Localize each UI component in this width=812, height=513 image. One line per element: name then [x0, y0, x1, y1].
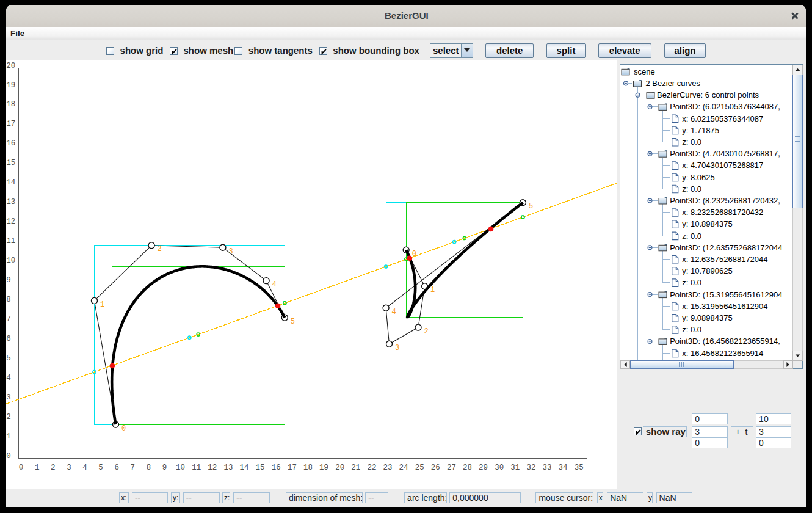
- svg-text:z: 0.0: z: 0.0: [682, 326, 701, 335]
- svg-text:2: 2: [424, 327, 429, 336]
- svg-text:0: 0: [121, 424, 126, 433]
- svg-text:22: 22: [367, 464, 376, 473]
- svg-text:20: 20: [6, 62, 15, 70]
- svg-text:4: 4: [6, 374, 11, 382]
- svg-text:23: 23: [383, 464, 392, 473]
- svg-text:y: 9.08984375: y: 9.08984375: [682, 313, 732, 322]
- svg-text:14: 14: [239, 464, 248, 473]
- svg-text:4: 4: [392, 308, 396, 316]
- svg-text:1: 1: [100, 300, 104, 309]
- svg-text:13: 13: [223, 464, 233, 473]
- svg-text:14: 14: [6, 179, 15, 187]
- svg-text:3: 3: [228, 247, 233, 256]
- svg-text:35: 35: [575, 464, 584, 473]
- svg-text:27: 27: [447, 464, 456, 473]
- svg-text:6: 6: [114, 464, 119, 473]
- svg-text:15: 15: [256, 464, 265, 473]
- svg-text:30: 30: [495, 464, 504, 473]
- svg-text:1: 1: [430, 286, 435, 294]
- svg-text:34: 34: [559, 464, 568, 473]
- svg-text:6: 6: [6, 335, 11, 343]
- svg-text:17: 17: [6, 120, 15, 129]
- svg-text:0: 0: [412, 250, 416, 258]
- svg-text:2: 2: [158, 246, 162, 254]
- svg-text:scene: scene: [634, 67, 655, 76]
- svg-text:26: 26: [431, 464, 440, 473]
- svg-text:y: 1.71875: y: 1.71875: [682, 126, 719, 135]
- svg-text:25: 25: [415, 464, 424, 473]
- svg-text:19: 19: [319, 464, 328, 473]
- svg-text:x: 6.021505376344087: x: 6.021505376344087: [682, 114, 763, 123]
- svg-text:28: 28: [463, 464, 472, 473]
- svg-text:Point3D: (12.635752688172044: Point3D: (12.635752688172044: [670, 243, 782, 252]
- svg-text:Point3D: (15.319556451612904: Point3D: (15.319556451612904: [670, 290, 782, 299]
- svg-text:x: 4.704301075268817: x: 4.704301075268817: [682, 161, 763, 170]
- svg-text:2: 2: [6, 413, 11, 421]
- svg-text:5: 5: [529, 203, 533, 211]
- svg-text:0: 0: [6, 452, 11, 460]
- svg-text:x: 12.635752688172044: x: 12.635752688172044: [682, 255, 767, 264]
- svg-text:Point3D: (4.704301075268817,: Point3D: (4.704301075268817,: [670, 150, 780, 159]
- svg-text:Point3D: (6.021505376344087,: Point3D: (6.021505376344087,: [670, 103, 780, 112]
- svg-text:11: 11: [192, 464, 201, 473]
- svg-text:9: 9: [162, 464, 167, 473]
- svg-text:z: 0.0: z: 0.0: [682, 137, 701, 147]
- svg-text:4: 4: [82, 464, 87, 473]
- svg-text:18: 18: [303, 464, 313, 473]
- svg-text:z: 0.0: z: 0.0: [682, 278, 701, 288]
- svg-text:17: 17: [288, 464, 297, 473]
- svg-text:2: 2: [51, 464, 56, 473]
- svg-text:16: 16: [6, 140, 15, 148]
- svg-text:z: 0.0: z: 0.0: [682, 184, 701, 194]
- svg-text:16: 16: [272, 464, 281, 473]
- svg-text:19: 19: [6, 81, 15, 90]
- svg-text:1: 1: [35, 464, 40, 473]
- svg-text:32: 32: [526, 464, 535, 473]
- svg-text:7: 7: [131, 464, 136, 473]
- svg-text:3: 3: [67, 464, 71, 473]
- svg-text:4: 4: [272, 280, 277, 289]
- svg-text:x: 15.319556451612904: x: 15.319556451612904: [682, 302, 767, 311]
- svg-text:1: 1: [6, 432, 11, 441]
- svg-text:5: 5: [6, 354, 11, 363]
- svg-text:3: 3: [6, 393, 11, 402]
- svg-text:0: 0: [19, 464, 24, 473]
- svg-text:BezierCurve: 6 control points: BezierCurve: 6 control points: [657, 91, 759, 100]
- svg-text:7: 7: [6, 315, 11, 324]
- svg-text:20: 20: [335, 464, 344, 473]
- svg-text:z: 0.0: z: 0.0: [682, 231, 701, 241]
- svg-text:y: 8.0625: y: 8.0625: [682, 173, 715, 182]
- svg-text:12: 12: [6, 217, 15, 226]
- svg-text:8: 8: [6, 296, 11, 304]
- svg-text:8: 8: [147, 464, 151, 473]
- svg-text:5: 5: [291, 318, 295, 326]
- svg-text:11: 11: [6, 237, 15, 246]
- svg-text:33: 33: [542, 464, 551, 473]
- svg-text:13: 13: [6, 198, 15, 207]
- svg-text:15: 15: [6, 159, 15, 168]
- svg-text:29: 29: [479, 464, 488, 473]
- svg-text:2 Bezier curves: 2 Bezier curves: [645, 79, 700, 88]
- svg-text:5: 5: [98, 464, 103, 473]
- svg-text:y: 10.7890625: y: 10.7890625: [682, 267, 732, 276]
- svg-text:3: 3: [395, 344, 399, 352]
- svg-text:24: 24: [399, 464, 408, 473]
- svg-text:Point3D: (8.232526881720432,: Point3D: (8.232526881720432,: [670, 196, 780, 205]
- svg-text:10: 10: [6, 256, 15, 265]
- svg-text:12: 12: [208, 464, 217, 473]
- svg-text:Point3D: (16.45682123655914,: Point3D: (16.45682123655914,: [670, 337, 780, 346]
- svg-text:x: 16.45682123655914: x: 16.45682123655914: [682, 349, 763, 358]
- svg-text:10: 10: [176, 464, 185, 473]
- svg-text:x: 8.232526881720432: x: 8.232526881720432: [682, 208, 763, 217]
- svg-text:y: 10.8984375: y: 10.8984375: [682, 220, 732, 229]
- svg-text:9: 9: [6, 276, 11, 285]
- svg-text:21: 21: [351, 464, 360, 473]
- svg-text:31: 31: [510, 464, 520, 473]
- svg-text:18: 18: [6, 101, 15, 109]
